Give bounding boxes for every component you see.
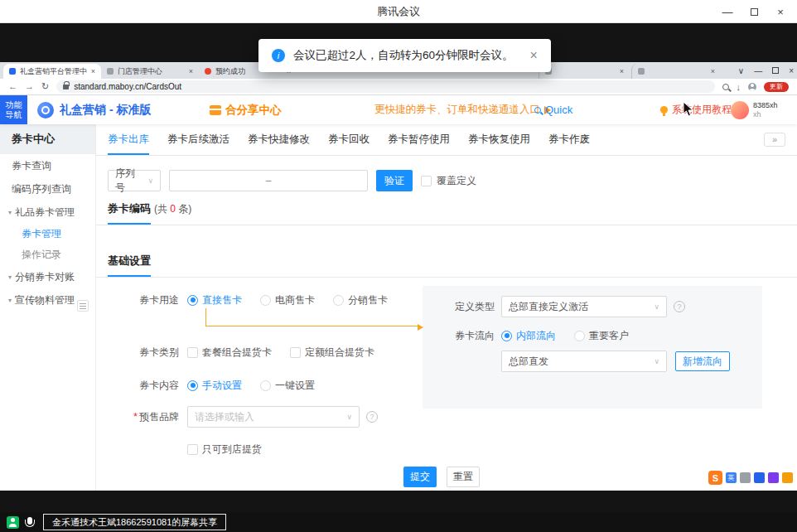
download-icon[interactable]: ↓ bbox=[737, 82, 741, 92]
flow-option-vip[interactable]: 重要客户 bbox=[574, 329, 629, 343]
microphone-icon[interactable] bbox=[27, 517, 32, 525]
profile-icon[interactable] bbox=[748, 83, 756, 91]
tab-close-icon[interactable]: × bbox=[91, 67, 95, 75]
radio-icon[interactable] bbox=[260, 380, 271, 391]
toast-close-icon[interactable]: × bbox=[530, 48, 538, 63]
sidebar-group-gift-card-mgmt[interactable]: ▾ 礼品券卡管理 bbox=[0, 201, 95, 224]
sidebar-collapse-icon[interactable] bbox=[77, 300, 89, 312]
category-option-fixed[interactable]: 定额组合提货卡 bbox=[290, 346, 374, 360]
tab-card-void[interactable]: 券卡作废 bbox=[548, 124, 590, 155]
browser-toolbar: ← → ↻ standard.maboy.cn/CardsOut ↓ 更新 bbox=[0, 79, 797, 95]
define-type-select[interactable]: 总部直接定义激活 ∨ bbox=[501, 296, 667, 317]
content-option-onekey[interactable]: 一键设置 bbox=[260, 379, 315, 393]
verify-button[interactable]: 验证 bbox=[376, 170, 413, 191]
back-icon[interactable]: ← bbox=[8, 82, 17, 91]
help-icon[interactable]: ? bbox=[366, 411, 378, 423]
brand: 礼盒营销 - 标准版 bbox=[37, 95, 151, 124]
radio-selected-icon[interactable] bbox=[187, 295, 198, 306]
reset-button[interactable]: 重置 bbox=[447, 467, 480, 487]
usage-option-ecommerce[interactable]: 电商售卡 bbox=[260, 293, 315, 307]
presale-brand-row: *预售品牌 请选择或输入 ∨ ? bbox=[96, 406, 378, 428]
sidebar-item-operation-log[interactable]: 操作记录 bbox=[0, 244, 95, 265]
serial-field-select[interactable]: 序列号 ∨ bbox=[108, 170, 161, 191]
add-flow-button[interactable]: 新增流向 bbox=[675, 351, 730, 371]
share-center-link[interactable]: 合分享中心 bbox=[210, 95, 282, 124]
tutorial-link[interactable]: 系统使用教程 bbox=[660, 95, 732, 124]
checkbox-icon[interactable] bbox=[290, 347, 301, 358]
plugin-icon-4[interactable] bbox=[782, 472, 793, 483]
radio-selected-icon[interactable] bbox=[501, 331, 512, 341]
radio-icon[interactable] bbox=[574, 331, 585, 341]
screen-share-bar: 金禾通技术王斌18662591081的屏幕共享 bbox=[0, 512, 797, 532]
zoom-icon[interactable] bbox=[722, 84, 729, 90]
overwrite-checkbox-wrap[interactable]: 覆盖定义 bbox=[421, 174, 476, 188]
checkbox-icon[interactable] bbox=[187, 444, 198, 455]
lock-icon bbox=[63, 85, 69, 89]
meeting-title: 腾讯会议 bbox=[0, 0, 797, 23]
presenter-avatar bbox=[7, 516, 19, 529]
browser-maximize-icon[interactable] bbox=[772, 67, 779, 74]
definition-panel: 定义类型 总部直接定义激活 ∨ ? 券卡流向 内部流向 bbox=[423, 286, 762, 409]
mouse-cursor bbox=[683, 101, 694, 118]
browser-minimize-icon[interactable]: — bbox=[754, 66, 762, 75]
checkbox-icon[interactable] bbox=[187, 347, 198, 358]
help-icon[interactable]: ? bbox=[674, 301, 685, 312]
maximize-button[interactable] bbox=[741, 0, 767, 23]
url-text: standard.maboy.cn/CardsOut bbox=[74, 82, 181, 91]
browser-close-icon[interactable]: × bbox=[789, 66, 794, 75]
presale-brand-select[interactable]: 请选择或输入 ∨ bbox=[187, 406, 360, 428]
tab-close-icon[interactable]: × bbox=[620, 67, 624, 75]
sidebar-item-code-serial-query[interactable]: 编码序列查询 bbox=[0, 177, 95, 201]
browser-tab[interactable]: × bbox=[631, 64, 721, 79]
card-codes-section: 券卡编码(共 0 条) bbox=[96, 201, 797, 225]
tab-search-icon[interactable]: ∨ bbox=[738, 66, 744, 75]
flow-option-internal[interactable]: 内部流向 bbox=[501, 329, 556, 343]
plugin-icon-2[interactable] bbox=[754, 472, 765, 483]
card-usage-row: 券卡用途 直接售卡 电商售卡 分销售卡 bbox=[96, 291, 406, 309]
usage-option-direct[interactable]: 直接售卡 bbox=[187, 293, 242, 307]
toast-message: 会议已超过2人，自动转为60分钟限时会议。 bbox=[293, 48, 514, 63]
sidebar-item-card-query[interactable]: 券卡查询 bbox=[0, 154, 95, 177]
tab-close-icon[interactable]: × bbox=[711, 67, 715, 75]
browser-tab[interactable]: × bbox=[539, 64, 630, 79]
quick-search[interactable]: Quick bbox=[534, 95, 572, 124]
submit-button[interactable]: 提交 bbox=[403, 467, 437, 487]
tab-card-resume[interactable]: 券卡恢复使用 bbox=[468, 124, 530, 155]
browser-tab-active[interactable]: 礼盒营销平台管理中心 × bbox=[3, 64, 101, 79]
minimize-button[interactable]: — bbox=[714, 0, 741, 23]
plugin-icon-3[interactable] bbox=[768, 472, 779, 483]
browser-tab[interactable]: 门店管理中心 × bbox=[101, 64, 199, 79]
chevron-down-icon: ∨ bbox=[346, 413, 352, 421]
translate-en-icon[interactable]: 英 bbox=[726, 472, 737, 483]
store-only-checkbox[interactable]: 只可到店提货 bbox=[187, 443, 262, 457]
plugin-logo-icon[interactable]: S bbox=[708, 471, 722, 485]
tab-card-pause[interactable]: 券卡暂停使用 bbox=[388, 124, 450, 155]
tab-card-recall[interactable]: 券卡回收 bbox=[328, 124, 370, 155]
radio-selected-icon[interactable] bbox=[187, 380, 198, 391]
plugin-icon-1[interactable] bbox=[740, 472, 751, 483]
radio-icon[interactable] bbox=[260, 295, 271, 306]
forward-icon[interactable]: → bbox=[25, 82, 34, 91]
refresh-icon[interactable]: ↻ bbox=[41, 82, 49, 91]
sidebar-group-distribution[interactable]: ▾ 分销券卡对账 bbox=[0, 265, 95, 288]
serial-range-input[interactable]: – bbox=[169, 170, 368, 191]
update-button[interactable]: 更新 bbox=[764, 82, 789, 92]
close-button[interactable]: × bbox=[767, 0, 794, 23]
tabs-collapse-button[interactable]: » bbox=[764, 133, 785, 147]
radio-icon[interactable] bbox=[333, 295, 344, 306]
content-option-manual[interactable]: 手动设置 bbox=[187, 379, 242, 393]
sidebar-item-card-mgmt[interactable]: 券卡管理 bbox=[0, 224, 95, 244]
promo-link[interactable]: 更快捷的券卡、订单和快递通道入口 bbox=[374, 95, 551, 124]
url-bar[interactable]: standard.maboy.cn/CardsOut bbox=[56, 80, 714, 93]
category-option-combo[interactable]: 套餐组合提货卡 bbox=[187, 346, 272, 360]
nav-toggle-button[interactable]: 功能导航 bbox=[0, 95, 27, 124]
tab-close-icon[interactable]: × bbox=[189, 67, 193, 75]
app-header: 功能导航 礼盒营销 - 标准版 合分享中心 更快捷的券卡、订单和快递通道入口 Q… bbox=[0, 95, 797, 124]
tab-card-outbound[interactable]: 券卡出库 bbox=[108, 124, 149, 155]
checkbox-icon[interactable] bbox=[421, 176, 432, 186]
flow-target-select[interactable]: 总部直发 ∨ bbox=[501, 351, 667, 372]
tab-card-followup-activate[interactable]: 券卡后续激活 bbox=[167, 124, 229, 155]
user-menu[interactable]: 8385xh xh bbox=[731, 95, 778, 124]
usage-option-distribution[interactable]: 分销售卡 bbox=[333, 293, 388, 307]
tab-card-quick-edit[interactable]: 券卡快捷修改 bbox=[248, 124, 310, 155]
